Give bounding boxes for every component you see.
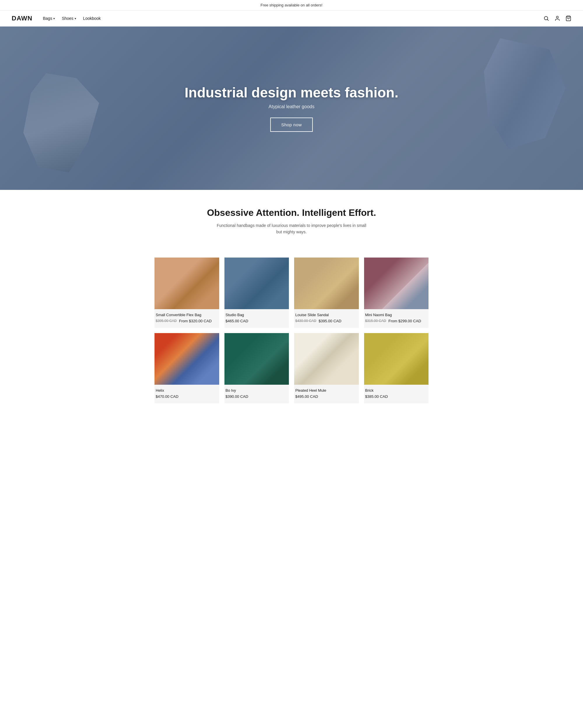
product-image (294, 258, 359, 309)
price-original: $395.00 CAD (156, 319, 177, 323)
hero-content: Industrial design meets fashion. Atypica… (185, 84, 398, 132)
product-card[interactable]: SaleLouise Slide Sandal$430.00 CAD$395.0… (294, 258, 359, 328)
price-original: $430.00 CAD (295, 319, 316, 323)
product-card[interactable]: Bo Ivy$390.00 CAD (224, 333, 289, 404)
search-icon[interactable] (543, 16, 549, 21)
product-name: Brick (365, 388, 427, 393)
announcement-text: Free shipping available on all orders! (260, 3, 323, 7)
price-regular: $495.00 CAD (295, 394, 318, 399)
product-image (294, 333, 359, 385)
product-image (224, 258, 289, 309)
announcement-bar: Free shipping available on all orders! (0, 0, 583, 10)
header-actions (543, 16, 571, 21)
product-name: Mini Naomi Bag (365, 313, 427, 317)
svg-point-0 (544, 16, 548, 20)
product-image (155, 333, 219, 385)
product-name: Bo Ivy (226, 388, 288, 393)
price-regular: $465.00 CAD (226, 319, 248, 323)
main-nav: Bags ▾ Shoes ▾ Lookbook (43, 16, 543, 21)
product-name: Small Convertible Flex Bag (156, 313, 218, 317)
product-card[interactable]: SaleMini Naomi Bag$315.00 CADFrom $299.0… (364, 258, 429, 328)
section-subtitle: Functional handbags made of luxurious ma… (216, 222, 367, 235)
nav-lookbook[interactable]: Lookbook (83, 16, 101, 21)
hero-section: Industrial design meets fashion. Atypica… (0, 27, 583, 190)
product-image (364, 258, 429, 309)
hero-title: Industrial design meets fashion. (185, 84, 398, 101)
product-name: Louise Slide Sandal (295, 313, 358, 317)
product-grid: SaleSmall Convertible Flex Bag$395.00 CA… (149, 258, 434, 421)
price-regular: $385.00 CAD (365, 394, 388, 399)
svg-point-2 (556, 16, 558, 18)
logo[interactable]: DAWN (12, 15, 32, 22)
chevron-down-icon: ▾ (53, 17, 55, 20)
nav-shoes[interactable]: Shoes ▾ (62, 16, 76, 21)
nav-bags[interactable]: Bags ▾ (43, 16, 55, 21)
section-title: Obsessive Attention. Intelligent Effort. (12, 207, 571, 218)
product-image (155, 258, 219, 309)
product-image (364, 333, 429, 385)
header: DAWN Bags ▾ Shoes ▾ Lookbook (0, 10, 583, 27)
featured-section: Obsessive Attention. Intelligent Effort.… (0, 190, 583, 258)
account-icon[interactable] (554, 16, 560, 21)
price-sale: From $299.00 CAD (389, 319, 421, 323)
price-sale: From $320.00 CAD (179, 319, 212, 323)
product-name: Pleated Heel Mule (295, 388, 358, 393)
product-card[interactable]: Helix$470.00 CAD (155, 333, 219, 404)
hero-shop-now-button[interactable]: Shop now (270, 118, 313, 132)
price-regular: $390.00 CAD (226, 394, 248, 399)
product-card[interactable]: Studio Bag$465.00 CAD (224, 258, 289, 328)
product-name: Helix (156, 388, 218, 393)
product-name: Studio Bag (226, 313, 288, 317)
hero-subtitle: Atypical leather goods (185, 104, 398, 109)
price-regular: $470.00 CAD (156, 394, 178, 399)
price-original: $315.00 CAD (365, 319, 386, 323)
price-sale: $395.00 CAD (318, 319, 341, 323)
svg-line-1 (548, 20, 549, 21)
product-card[interactable]: Pleated Heel Mule$495.00 CAD (294, 333, 359, 404)
product-card[interactable]: Brick$385.00 CAD (364, 333, 429, 404)
chevron-down-icon: ▾ (75, 17, 76, 20)
product-image (224, 333, 289, 385)
product-card[interactable]: SaleSmall Convertible Flex Bag$395.00 CA… (155, 258, 219, 328)
cart-icon[interactable] (565, 16, 571, 21)
